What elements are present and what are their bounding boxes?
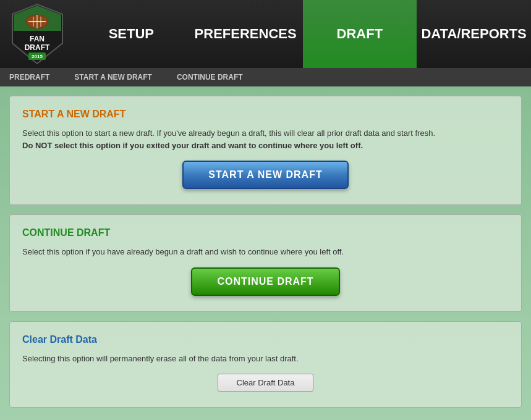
svg-text:FAN: FAN	[30, 35, 45, 43]
content: START A NEW DRAFT Select this option to …	[0, 86, 531, 420]
svg-text:2015: 2015	[32, 54, 43, 59]
clear-draft-button[interactable]: Clear Draft Data	[218, 374, 314, 392]
clear-draft-title: Clear Draft Data	[22, 334, 509, 345]
start-new-draft-section: START A NEW DRAFT Select this option to …	[9, 96, 522, 205]
sub-tab-predraft[interactable]: PREDRAFT	[6, 73, 53, 82]
continue-draft-desc: Select this option if you have already b…	[22, 246, 509, 258]
sub-tab-start-new-draft[interactable]: START A NEW DRAFT	[71, 73, 155, 82]
sub-nav: PREDRAFT START A NEW DRAFT CONTINUE DRAF…	[0, 68, 531, 86]
sub-tab-continue-draft[interactable]: CONTINUE DRAFT	[174, 73, 246, 82]
continue-draft-section: CONTINUE DRAFT Select this option if you…	[9, 214, 522, 312]
logo: FAN DRAFT 2015	[0, 0, 74, 68]
start-new-draft-desc: Select this option to start a new draft.…	[22, 127, 509, 151]
continue-draft-title: CONTINUE DRAFT	[22, 227, 509, 238]
header: FAN DRAFT 2015 Setup Preferences DRAFT D…	[0, 0, 531, 68]
clear-draft-desc: Selecting this option will permanently e…	[22, 353, 509, 365]
continue-draft-button[interactable]: CONTINUE DRAFT	[191, 267, 339, 296]
svg-text:DRAFT: DRAFT	[24, 43, 49, 52]
tab-preferences[interactable]: Preferences	[189, 0, 303, 68]
clear-draft-section: Clear Draft Data Selecting this option w…	[9, 321, 522, 408]
tab-setup[interactable]: Setup	[74, 0, 189, 68]
tab-data-reports[interactable]: Data/Reports	[417, 0, 531, 68]
start-new-draft-button[interactable]: START A NEW DRAFT	[182, 161, 348, 189]
start-new-draft-title: START A NEW DRAFT	[22, 109, 509, 120]
tab-draft[interactable]: DRAFT	[303, 0, 417, 68]
nav-tabs: Setup Preferences DRAFT Data/Reports	[74, 0, 531, 68]
